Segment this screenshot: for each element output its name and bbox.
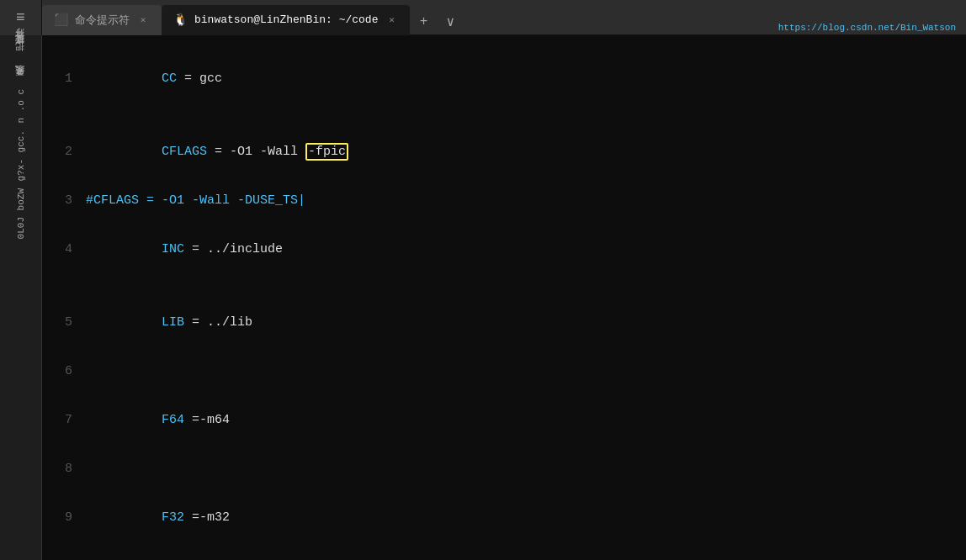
line-num-6: 6	[42, 359, 86, 383]
line-content-7: F64 =-m64	[86, 383, 966, 457]
line-content-8	[86, 457, 966, 481]
sidebar-text-block: 有序 能直接 n' 把 系统要 .o c n gcc. g?x- boZW 0L…	[13, 42, 29, 242]
menu-icon: ≡	[16, 9, 25, 26]
sidebar-text-6: n	[16, 118, 26, 124]
line-content-4: INC = ../include	[86, 213, 966, 286]
sidebar-text-9: boZW	[16, 188, 26, 210]
sidebar-toggle[interactable]: ≡	[0, 0, 42, 35]
sidebar-text-5: .o c	[16, 89, 26, 111]
line-num-5: 5	[42, 310, 86, 335]
code-line-8: 8	[42, 457, 966, 481]
code-line-3: 3 #CFLAGS = -O1 -Wall -DUSE_TS|	[42, 188, 966, 213]
tab-cmd-label: 命令提示符	[75, 13, 130, 28]
add-tab-button[interactable]: +	[410, 8, 437, 35]
code-line-5: 5 LIB = ../lib	[42, 286, 966, 359]
sidebar-text-8: g?x-	[16, 159, 26, 181]
line-content-6	[86, 359, 966, 383]
line-content-5: LIB = ../lib	[86, 286, 966, 359]
sidebar-text-10: 0L0J	[16, 217, 26, 239]
sidebar-text-7: gcc.	[16, 130, 26, 152]
cmd-icon: ⬛	[54, 13, 68, 27]
code-container: 1 CC = gcc 2 CFLAGS = -O1 -Wall -fpic 3 …	[42, 35, 966, 560]
line-num-10: 10	[42, 554, 86, 560]
code-line-10: 10	[42, 554, 966, 560]
line-num-7: 7	[42, 408, 86, 432]
code-line-4: 4 INC = ../include	[42, 213, 966, 286]
line-content-3: #CFLAGS = -O1 -Wall -DUSE_TS|	[86, 188, 966, 213]
code-line-2: 2 CFLAGS = -O1 -Wall -fpic	[42, 115, 966, 188]
tab-cmd-close[interactable]: ✕	[136, 13, 150, 27]
code-line-9: 9 F32 =-m32	[42, 481, 966, 554]
line-num-3: 3	[42, 188, 86, 213]
line-content-10	[86, 554, 966, 560]
tab-linux-close[interactable]: ✕	[385, 13, 398, 27]
line-content-1: CC = gcc	[86, 42, 966, 115]
line-num-1: 1	[42, 66, 86, 91]
code-line-7: 7 F64 =-m64	[42, 383, 966, 457]
line-num-2: 2	[42, 140, 86, 164]
tab-linux[interactable]: 🐧 binwatson@LinZhenBin: ~/code ✕	[162, 5, 410, 35]
sidebar-text-3: n' 把	[14, 59, 27, 76]
line-content-9: F32 =-m32	[86, 481, 966, 554]
code-line-1: 1 CC = gcc	[42, 42, 966, 115]
main-container: 有序 能直接 n' 把 系统要 .o c n gcc. g?x- boZW 0L…	[0, 35, 966, 560]
status-url: https://blog.csdn.net/Bin_Watson	[778, 23, 956, 33]
left-sidebar: 有序 能直接 n' 把 系统要 .o c n gcc. g?x- boZW 0L…	[0, 35, 42, 560]
title-bar: ≡ ⬛ 命令提示符 ✕ 🐧 binwatson@LinZhenBin: ~/co…	[0, 0, 966, 35]
editor-area: 1 CC = gcc 2 CFLAGS = -O1 -Wall -fpic 3 …	[42, 35, 966, 560]
line-num-8: 8	[42, 457, 86, 481]
linux-icon: 🐧	[173, 13, 188, 27]
tab-linux-label: binwatson@LinZhenBin: ~/code	[194, 13, 378, 26]
code-line-6: 6	[42, 359, 966, 383]
tab-chevron[interactable]: ∨	[437, 8, 464, 35]
line-num-4: 4	[42, 237, 86, 262]
line-num-9: 9	[42, 505, 86, 530]
tab-cmd[interactable]: ⬛ 命令提示符 ✕	[42, 5, 162, 35]
line-content-2: CFLAGS = -O1 -Wall -fpic	[86, 115, 966, 188]
